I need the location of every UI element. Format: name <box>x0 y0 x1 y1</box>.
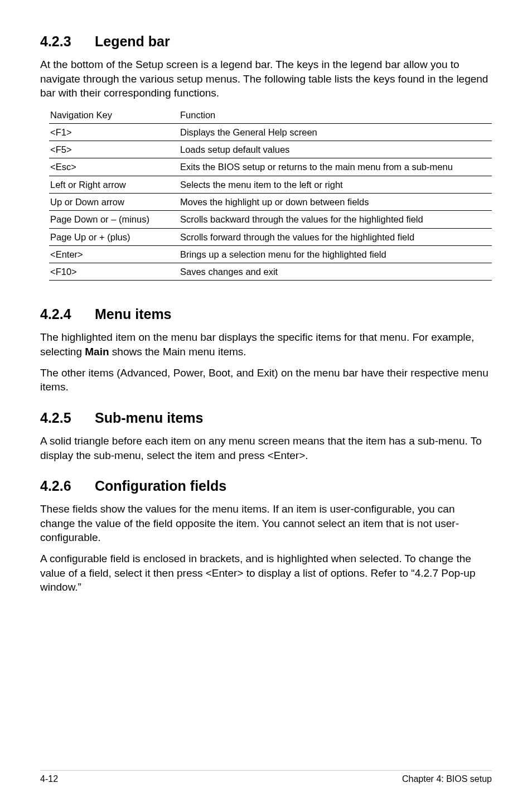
table-row: Page Down or – (minus) Scrolls backward … <box>49 211 492 228</box>
table-header-row: Navigation Key Function <box>49 107 492 124</box>
menu-items-paragraph-1: The highlighted item on the menu bar dis… <box>40 330 492 359</box>
nav-function-cell: Brings up a selection menu for the highl… <box>179 245 492 263</box>
nav-key-cell: Page Down or – (minus) <box>49 211 179 228</box>
chapter-label: Chapter 4: BIOS setup <box>402 774 492 784</box>
table-header-function: Function <box>179 107 492 124</box>
nav-key-cell: <Enter> <box>49 245 179 263</box>
nav-key-cell: <F5> <box>49 141 179 158</box>
section-intro-paragraph: At the bottom of the Setup screen is a l… <box>40 57 492 100</box>
section-heading-menu-items: 4.2.4Menu items <box>40 306 492 322</box>
section-title: Configuration fields <box>95 478 226 494</box>
section-heading-configuration-fields: 4.2.6Configuration fields <box>40 478 492 494</box>
menu-items-paragraph-2: The other items (Advanced, Power, Boot, … <box>40 366 492 394</box>
page-footer: 4-12 Chapter 4: BIOS setup <box>40 770 492 784</box>
nav-key-cell: <F10> <box>49 263 179 281</box>
table-row: Page Up or + (plus) Scrolls forward thro… <box>49 228 492 245</box>
section-number: 4.2.5 <box>40 410 71 426</box>
table-row: <Esc> Exits the BIOS setup or returns to… <box>49 158 492 176</box>
section-number: 4.2.4 <box>40 306 71 322</box>
section-title: Menu items <box>95 306 172 322</box>
table-row: Left or Right arrow Selects the menu ite… <box>49 176 492 193</box>
table-row: Up or Down arrow Moves the highlight up … <box>49 193 492 210</box>
section-heading-submenu-items: 4.2.5Sub-menu items <box>40 410 492 426</box>
section-number: 4.2.6 <box>40 478 71 494</box>
table-row: <F10> Saves changes and exit <box>49 263 492 281</box>
section-number: 4.2.3 <box>40 33 71 49</box>
nav-key-cell: <F1> <box>49 123 179 141</box>
section-title: Legend bar <box>95 33 170 49</box>
nav-function-cell: Loads setup default values <box>179 141 492 158</box>
bold-main: Main <box>85 346 109 357</box>
config-fields-paragraph-1: These fields show the values for the men… <box>40 502 492 545</box>
submenu-paragraph: A solid triangle before each item on any… <box>40 434 492 462</box>
section-heading-legend-bar: 4.2.3Legend bar <box>40 33 492 50</box>
nav-key-cell: Up or Down arrow <box>49 193 179 210</box>
section-title: Sub-menu items <box>95 410 203 426</box>
table-row: <Enter> Brings up a selection menu for t… <box>49 245 492 263</box>
table-header-key: Navigation Key <box>49 107 179 124</box>
nav-function-cell: Scrolls forward through the values for t… <box>179 228 492 245</box>
nav-function-cell: Exits the BIOS setup or returns to the m… <box>179 158 492 176</box>
table-row: <F5> Loads setup default values <box>49 141 492 158</box>
nav-key-cell: Page Up or + (plus) <box>49 228 179 245</box>
config-fields-paragraph-2: A configurable field is enclosed in brac… <box>40 552 492 595</box>
page-number: 4-12 <box>40 774 58 784</box>
nav-key-cell: Left or Right arrow <box>49 176 179 193</box>
nav-function-cell: Displays the General Help screen <box>179 123 492 141</box>
nav-function-cell: Moves the highlight up or down between f… <box>179 193 492 210</box>
nav-function-cell: Scrolls backward through the values for … <box>179 211 492 228</box>
paragraph-text: shows the Main menu items. <box>109 346 246 357</box>
nav-function-cell: Selects the menu item to the left or rig… <box>179 176 492 193</box>
table-row: <F1> Displays the General Help screen <box>49 123 492 141</box>
navigation-keys-table: Navigation Key Function <F1> Displays th… <box>49 107 492 281</box>
nav-key-cell: <Esc> <box>49 158 179 176</box>
nav-function-cell: Saves changes and exit <box>179 263 492 281</box>
